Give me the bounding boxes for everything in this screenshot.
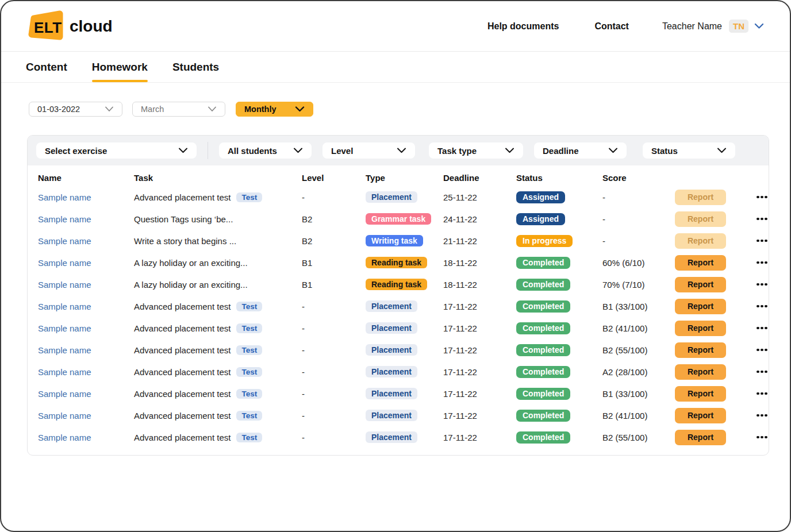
row-menu-button[interactable] <box>754 236 769 246</box>
dot-icon <box>761 436 763 439</box>
filter-task-type[interactable]: Task type <box>429 142 523 159</box>
student-name-link[interactable]: Sample name <box>38 389 134 399</box>
task-title: A lazy holiday or an exciting... <box>134 280 248 290</box>
dot-icon <box>761 240 763 242</box>
student-name-link[interactable]: Sample name <box>38 236 134 246</box>
filter-select-exercise[interactable]: Select exercise <box>36 142 197 159</box>
status-badge: Completed <box>516 366 570 378</box>
test-badge: Test <box>236 433 262 442</box>
menu-cell <box>738 236 769 246</box>
status-badge: Completed <box>516 431 570 444</box>
row-menu-button[interactable] <box>754 258 769 268</box>
period-dropdown[interactable]: Monthly <box>236 102 313 117</box>
menu-cell <box>738 258 769 268</box>
report-button[interactable]: Report <box>675 342 726 358</box>
report-button[interactable]: Report <box>675 277 726 292</box>
student-name-link[interactable]: Sample name <box>38 411 134 421</box>
table-row: Sample name Write a story that begins ..… <box>38 230 757 252</box>
date-dropdown[interactable]: 01-03-2022 <box>29 102 122 117</box>
row-menu-button[interactable] <box>754 302 769 311</box>
status-badge: Completed <box>516 279 570 291</box>
table-row: Sample name Advanced placement test Test… <box>38 404 757 426</box>
level-cell: - <box>302 323 366 333</box>
nav-contact[interactable]: Contact <box>594 21 629 32</box>
tab-homework[interactable]: Homework <box>92 52 148 82</box>
elt-cloud-logo[interactable]: ELT cloud <box>27 10 113 43</box>
student-name-link[interactable]: Sample name <box>38 323 134 333</box>
chevron-down-icon <box>178 148 188 153</box>
student-name-link[interactable]: Sample name <box>38 302 134 311</box>
dot-icon <box>765 240 767 242</box>
filter-deadline[interactable]: Deadline <box>534 142 627 159</box>
student-name-link[interactable]: Sample name <box>38 345 134 355</box>
filter-status-label: Status <box>651 146 678 156</box>
status-badge: Completed <box>516 322 570 334</box>
report-button[interactable]: Report <box>675 386 726 402</box>
type-badge: Placement <box>366 300 417 312</box>
deadline-cell: 17-11-22 <box>443 389 516 399</box>
type-badge: Writing task <box>366 235 423 246</box>
filter-status[interactable]: Status <box>643 142 735 159</box>
status-badge: Completed <box>516 388 570 400</box>
dot-icon <box>765 371 767 373</box>
type-badge: Reading task <box>366 257 427 268</box>
student-name-link[interactable]: Sample name <box>38 258 134 268</box>
task-cell: A lazy holiday or an exciting... <box>134 258 302 268</box>
filter-level[interactable]: Level <box>322 142 415 159</box>
chevron-down-icon <box>754 23 764 29</box>
filter-all-students[interactable]: All students <box>219 142 312 159</box>
student-name-link[interactable]: Sample name <box>38 192 134 202</box>
row-menu-button[interactable] <box>754 411 769 421</box>
table-filter-strip: Select exercise All students Level Task <box>28 136 769 165</box>
report-button[interactable]: Report <box>675 255 726 271</box>
col-header-status: Status <box>516 173 602 183</box>
logo-shape: ELT <box>27 10 65 43</box>
nav-help-documents[interactable]: Help documents <box>487 21 559 32</box>
report-cell: Report <box>675 211 738 227</box>
tab-students[interactable]: Students <box>172 52 219 82</box>
row-menu-button[interactable] <box>754 389 769 399</box>
student-name-link[interactable]: Sample name <box>38 214 134 224</box>
tab-content[interactable]: Content <box>26 52 67 82</box>
deadline-cell: 17-11-22 <box>443 302 516 311</box>
report-button[interactable]: Report <box>675 364 726 380</box>
month-dropdown[interactable]: March <box>132 102 225 117</box>
student-name-link[interactable]: Sample name <box>38 433 134 442</box>
report-button: Report <box>675 190 726 205</box>
chevron-down-icon <box>505 148 514 153</box>
row-menu-button[interactable] <box>754 433 769 442</box>
status-cell: In progress <box>516 235 602 247</box>
table-row: Sample name Advanced placement test Test… <box>38 317 757 339</box>
status-cell: Completed <box>516 410 602 422</box>
dot-icon <box>761 283 763 286</box>
user-menu[interactable]: Teacher Name TN <box>662 20 764 33</box>
row-menu-button[interactable] <box>754 214 769 224</box>
task-cell: Advanced placement test Test <box>134 389 302 399</box>
row-menu-button[interactable] <box>754 192 769 202</box>
dot-icon <box>757 196 759 199</box>
date-filter-row: 01-03-2022 March Monthly <box>29 102 790 117</box>
level-cell: B1 <box>302 258 366 268</box>
row-menu-button[interactable] <box>754 367 769 377</box>
top-header: ELT cloud Help documents Contact Teacher… <box>1 1 790 52</box>
task-cell: A lazy holiday or an exciting... <box>134 280 302 290</box>
row-menu-button[interactable] <box>754 280 769 290</box>
deadline-cell: 17-11-22 <box>443 345 516 355</box>
type-cell: Placement <box>366 191 443 203</box>
status-cell: Completed <box>516 300 602 313</box>
report-button[interactable]: Report <box>675 430 726 445</box>
row-menu-button[interactable] <box>754 345 769 355</box>
report-button: Report <box>675 211 726 227</box>
student-name-link[interactable]: Sample name <box>38 367 134 377</box>
type-cell: Placement <box>366 300 443 312</box>
student-name-link[interactable]: Sample name <box>38 280 134 290</box>
report-button[interactable]: Report <box>675 408 726 423</box>
level-cell: - <box>302 192 366 202</box>
report-button[interactable]: Report <box>675 321 726 336</box>
row-menu-button[interactable] <box>754 323 769 333</box>
report-cell: Report <box>675 321 738 336</box>
score-cell: - <box>602 192 675 202</box>
task-title: Advanced placement test <box>134 367 231 377</box>
dot-icon <box>765 414 767 417</box>
report-button[interactable]: Report <box>675 299 726 314</box>
